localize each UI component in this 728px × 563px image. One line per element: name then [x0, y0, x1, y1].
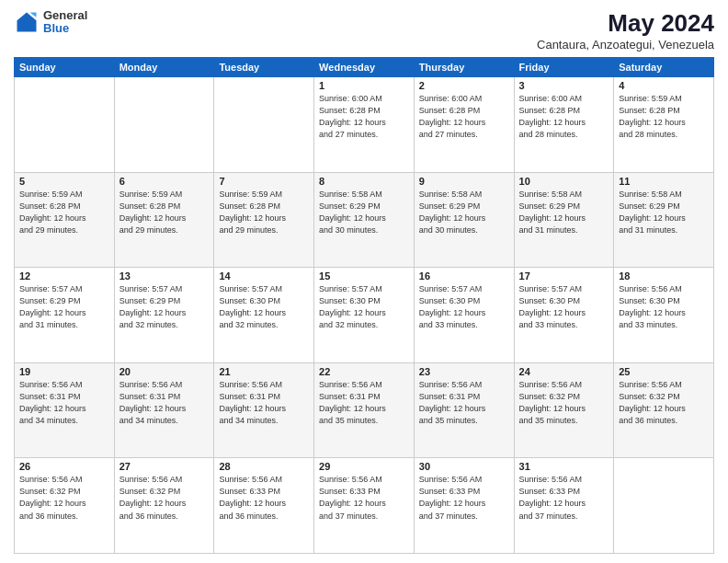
day-info: Sunrise: 6:00 AMSunset: 6:28 PMDaylight:…: [419, 93, 509, 141]
day-number: 24: [519, 366, 609, 377]
calendar-cell-w1-d6: 3Sunrise: 6:00 AMSunset: 6:28 PMDaylight…: [514, 77, 614, 173]
day-number: 19: [19, 366, 109, 377]
col-tuesday: Tuesday: [214, 58, 314, 77]
day-number: 29: [319, 461, 409, 472]
day-number: 1: [319, 80, 409, 91]
week-row-2: 5Sunrise: 5:59 AMSunset: 6:28 PMDaylight…: [15, 172, 714, 268]
day-number: 10: [519, 176, 609, 187]
calendar-cell-w5-d1: 26Sunrise: 5:56 AMSunset: 6:32 PMDayligh…: [15, 458, 115, 554]
day-number: 18: [619, 270, 709, 282]
calendar-cell-w3-d5: 16Sunrise: 5:57 AMSunset: 6:30 PMDayligh…: [414, 268, 514, 363]
day-info: Sunrise: 5:57 AMSunset: 6:30 PMDaylight:…: [419, 283, 509, 331]
day-info: Sunrise: 5:56 AMSunset: 6:32 PMDaylight:…: [519, 379, 609, 427]
day-info: Sunrise: 5:58 AMSunset: 6:29 PMDaylight:…: [619, 189, 709, 236]
day-info: Sunrise: 5:56 AMSunset: 6:33 PMDaylight:…: [319, 474, 409, 522]
day-info: Sunrise: 5:59 AMSunset: 6:28 PMDaylight:…: [619, 93, 709, 141]
day-info: Sunrise: 5:58 AMSunset: 6:29 PMDaylight:…: [319, 189, 409, 236]
day-number: 30: [419, 461, 509, 472]
calendar-cell-w2-d1: 5Sunrise: 5:59 AMSunset: 6:28 PMDaylight…: [15, 172, 115, 268]
col-saturday: Saturday: [614, 58, 714, 77]
col-friday: Friday: [514, 58, 614, 77]
calendar-cell-w5-d4: 29Sunrise: 5:56 AMSunset: 6:33 PMDayligh…: [314, 458, 415, 554]
calendar-table: Sunday Monday Tuesday Wednesday Thursday…: [14, 57, 714, 554]
svg-marker-0: [17, 13, 37, 32]
day-info: Sunrise: 5:57 AMSunset: 6:29 PMDaylight:…: [19, 283, 109, 331]
day-info: Sunrise: 5:58 AMSunset: 6:29 PMDaylight:…: [519, 189, 609, 236]
calendar-cell-w5-d2: 27Sunrise: 5:56 AMSunset: 6:32 PMDayligh…: [114, 458, 214, 554]
calendar-cell-w3-d6: 17Sunrise: 5:57 AMSunset: 6:30 PMDayligh…: [514, 268, 614, 363]
day-info: Sunrise: 5:56 AMSunset: 6:32 PMDaylight:…: [619, 379, 709, 427]
day-info: Sunrise: 5:56 AMSunset: 6:33 PMDaylight:…: [219, 474, 309, 522]
calendar-cell-w1-d7: 4Sunrise: 5:59 AMSunset: 6:28 PMDaylight…: [614, 77, 714, 173]
day-info: Sunrise: 5:59 AMSunset: 6:28 PMDaylight:…: [219, 189, 309, 236]
calendar-cell-w4-d4: 22Sunrise: 5:56 AMSunset: 6:31 PMDayligh…: [314, 362, 415, 458]
day-number: 28: [219, 461, 309, 472]
calendar-cell-w5-d6: 31Sunrise: 5:56 AMSunset: 6:33 PMDayligh…: [514, 458, 614, 554]
calendar-cell-w1-d1: [15, 77, 115, 173]
calendar-cell-w1-d3: [214, 77, 314, 173]
day-info: Sunrise: 5:56 AMSunset: 6:31 PMDaylight:…: [419, 379, 509, 427]
calendar-cell-w2-d6: 10Sunrise: 5:58 AMSunset: 6:29 PMDayligh…: [514, 172, 614, 268]
calendar-cell-w1-d4: 1Sunrise: 6:00 AMSunset: 6:28 PMDaylight…: [314, 77, 415, 173]
day-number: 8: [319, 176, 409, 187]
calendar-cell-w3-d2: 13Sunrise: 5:57 AMSunset: 6:29 PMDayligh…: [114, 268, 214, 363]
day-number: 14: [219, 270, 309, 282]
day-info: Sunrise: 5:57 AMSunset: 6:30 PMDaylight:…: [319, 283, 409, 331]
day-number: 11: [619, 176, 709, 187]
day-number: 6: [119, 176, 210, 187]
week-row-5: 26Sunrise: 5:56 AMSunset: 6:32 PMDayligh…: [15, 458, 714, 554]
calendar-cell-w1-d5: 2Sunrise: 6:00 AMSunset: 6:28 PMDaylight…: [414, 77, 514, 173]
day-info: Sunrise: 5:58 AMSunset: 6:29 PMDaylight:…: [419, 189, 509, 236]
day-info: Sunrise: 5:56 AMSunset: 6:33 PMDaylight:…: [419, 474, 509, 522]
day-number: 2: [419, 80, 509, 91]
day-number: 31: [519, 461, 609, 472]
day-number: 15: [319, 270, 409, 282]
day-number: 17: [519, 270, 609, 282]
logo-text: General Blue: [43, 9, 87, 36]
day-info: Sunrise: 5:57 AMSunset: 6:30 PMDaylight:…: [519, 283, 609, 331]
calendar-header-row: Sunday Monday Tuesday Wednesday Thursday…: [15, 58, 714, 77]
calendar-cell-w2-d2: 6Sunrise: 5:59 AMSunset: 6:28 PMDaylight…: [114, 172, 214, 268]
calendar-cell-w5-d5: 30Sunrise: 5:56 AMSunset: 6:33 PMDayligh…: [414, 458, 514, 554]
header: General Blue May 2024 Cantaura, Anzoateg…: [14, 9, 714, 52]
day-info: Sunrise: 5:56 AMSunset: 6:31 PMDaylight:…: [19, 379, 109, 427]
day-number: 20: [119, 366, 210, 377]
calendar-cell-w5-d3: 28Sunrise: 5:56 AMSunset: 6:33 PMDayligh…: [214, 458, 314, 554]
col-wednesday: Wednesday: [314, 58, 415, 77]
day-info: Sunrise: 5:57 AMSunset: 6:30 PMDaylight:…: [219, 283, 309, 331]
day-number: 21: [219, 366, 309, 377]
calendar-cell-w4-d5: 23Sunrise: 5:56 AMSunset: 6:31 PMDayligh…: [414, 362, 514, 458]
col-sunday: Sunday: [15, 58, 115, 77]
calendar-cell-w2-d3: 7Sunrise: 5:59 AMSunset: 6:28 PMDaylight…: [214, 172, 314, 268]
day-number: 26: [19, 461, 109, 472]
calendar-cell-w2-d5: 9Sunrise: 5:58 AMSunset: 6:29 PMDaylight…: [414, 172, 514, 268]
calendar-cell-w2-d4: 8Sunrise: 5:58 AMSunset: 6:29 PMDaylight…: [314, 172, 415, 268]
calendar-cell-w4-d2: 20Sunrise: 5:56 AMSunset: 6:31 PMDayligh…: [114, 362, 214, 458]
calendar-cell-w3-d4: 15Sunrise: 5:57 AMSunset: 6:30 PMDayligh…: [314, 268, 415, 363]
day-info: Sunrise: 5:57 AMSunset: 6:29 PMDaylight:…: [119, 283, 210, 331]
day-number: 9: [419, 176, 509, 187]
day-info: Sunrise: 6:00 AMSunset: 6:28 PMDaylight:…: [319, 93, 409, 141]
day-number: 25: [619, 366, 709, 377]
day-info: Sunrise: 5:56 AMSunset: 6:31 PMDaylight:…: [219, 379, 309, 427]
day-number: 4: [619, 80, 709, 91]
page: General Blue May 2024 Cantaura, Anzoateg…: [0, 0, 728, 563]
calendar-cell-w5-d7: [614, 458, 714, 554]
logo-blue: Blue: [43, 22, 87, 35]
calendar-cell-w3-d7: 18Sunrise: 5:56 AMSunset: 6:30 PMDayligh…: [614, 268, 714, 363]
day-number: 23: [419, 366, 509, 377]
day-info: Sunrise: 5:56 AMSunset: 6:33 PMDaylight:…: [519, 474, 609, 522]
calendar-cell-w4-d7: 25Sunrise: 5:56 AMSunset: 6:32 PMDayligh…: [614, 362, 714, 458]
day-number: 13: [119, 270, 210, 282]
day-info: Sunrise: 6:00 AMSunset: 6:28 PMDaylight:…: [519, 93, 609, 141]
col-thursday: Thursday: [414, 58, 514, 77]
logo-icon: [14, 9, 40, 35]
week-row-1: 1Sunrise: 6:00 AMSunset: 6:28 PMDaylight…: [15, 77, 714, 173]
logo: General Blue: [14, 9, 87, 36]
calendar-cell-w3-d1: 12Sunrise: 5:57 AMSunset: 6:29 PMDayligh…: [15, 268, 115, 363]
logo-general: General: [43, 9, 87, 22]
week-row-4: 19Sunrise: 5:56 AMSunset: 6:31 PMDayligh…: [15, 362, 714, 458]
calendar-cell-w1-d2: [114, 77, 214, 173]
day-info: Sunrise: 5:59 AMSunset: 6:28 PMDaylight:…: [119, 189, 210, 236]
day-info: Sunrise: 5:56 AMSunset: 6:31 PMDaylight:…: [319, 379, 409, 427]
